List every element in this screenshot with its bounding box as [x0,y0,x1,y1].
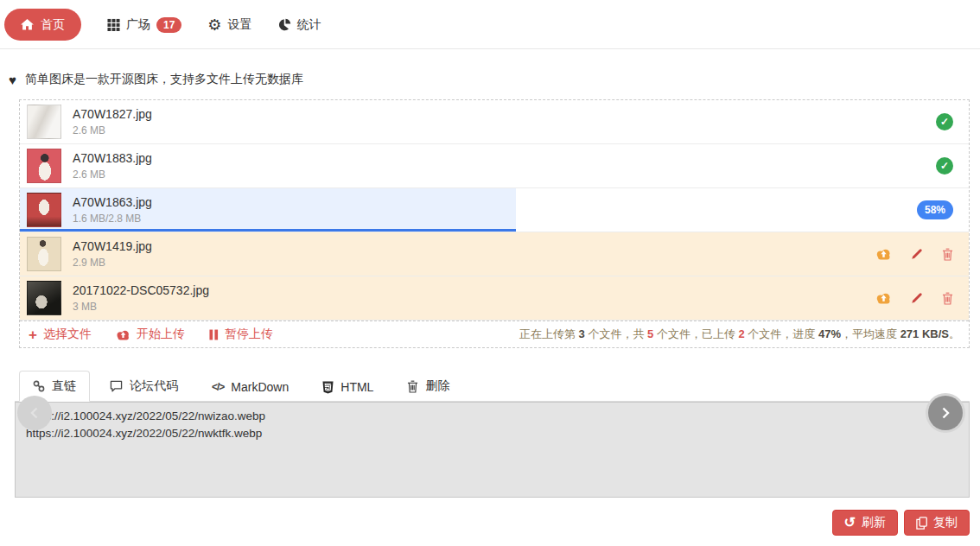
nav-settings-label: 设置 [228,17,252,33]
delete-file-icon[interactable] [942,248,953,261]
copy-icon [916,517,927,530]
file-thumbnail [27,281,61,315]
status-progress: 47% [818,327,841,340]
status-done-count: 2 [739,327,745,340]
file-thumbnail [27,193,61,227]
pause-upload-button[interactable]: 暂停上传 [209,327,273,342]
file-thumbnail [27,149,61,183]
success-check-icon: ✓ [936,113,953,130]
file-row-uploaded: A70W1827.jpg 2.6 MB ✓ [20,100,969,144]
upload-panel: A70W1827.jpg 2.6 MB ✓ A70W1883.jpg 2.6 M… [19,99,970,348]
status-current-count: 3 [579,327,585,340]
file-row-queued: A70W1419.jpg 2.9 MB [20,232,969,276]
nav-plaza[interactable]: 广场 17 [107,17,181,33]
nav-plaza-label: 广场 [126,17,150,33]
top-nav: 首页 广场 17 ⚙ 设置 统计 [0,0,980,41]
status-text: 个文件，已上传 [653,327,738,340]
file-size: 2.6 MB [73,124,152,137]
gear-icon: ⚙ [207,17,221,33]
file-thumbnail [27,105,61,139]
refresh-button[interactable]: ↺ 刷新 [832,510,898,536]
status-text: 。 [949,327,960,340]
status-text: 正在上传第 [519,327,579,340]
pause-upload-label: 暂停上传 [225,327,273,342]
chevron-left-icon [29,406,41,420]
tab-forum-code[interactable]: 论坛代码 [96,371,192,402]
link-icon [33,380,45,392]
tagline: ♥ 简单图床是一款开源图床，支持多文件上传无数据库 [9,72,980,87]
file-status: ✓ [936,157,953,175]
file-thumbnail [27,237,61,271]
file-meta: A70W1883.jpg 2.6 MB [73,150,152,181]
file-actions [875,248,953,261]
choose-files-button[interactable]: + 选择文件 [29,327,92,342]
file-row-queued: 20171022-DSC05732.jpg 3 MB [20,276,969,321]
refresh-label: 刷新 [862,515,886,530]
file-name: A70W1827.jpg [73,106,152,122]
file-size: 1.6 MB/2.8 MB [73,213,152,225]
tab-delete[interactable]: 删除 [393,371,463,402]
refresh-icon: ↺ [844,516,856,530]
grid-icon [107,18,120,31]
start-upload-label: 开始上传 [137,327,185,342]
progress-badge: 58% [917,200,953,219]
edit-file-icon[interactable] [911,292,923,304]
upload-status-line: 正在上传第 3 个文件，共 5 个文件，已上传 2 个文件，进度 47%，平均速… [519,327,960,342]
pause-icon [209,329,219,340]
code-icon: </> [212,381,224,393]
tab-html[interactable]: HTML [309,372,387,402]
tab-label: MarkDown [231,380,289,394]
footer-actions: ↺ 刷新 复制 [0,510,970,536]
nav-home[interactable]: 首页 [4,9,81,41]
file-meta: A70W1863.jpg 1.6 MB/2.8 MB [73,194,152,225]
file-meta: A70W1827.jpg 2.6 MB [73,106,152,137]
file-meta: A70W1419.jpg 2.9 MB [73,238,152,270]
carousel-prev-button[interactable] [17,396,52,430]
file-actions [875,292,953,305]
upload-file-icon[interactable] [875,292,892,304]
file-size: 2.9 MB [73,257,152,270]
upload-toolbar: + 选择文件 开始上传 暂停上传 正在上传第 3 个文件，共 5 个文件，已上传… [20,321,969,347]
trash-icon [407,380,418,393]
file-meta: 20171022-DSC05732.jpg 3 MB [73,283,209,314]
nav-stats-label: 统计 [297,17,321,33]
output-tab-bar: 直链 论坛代码 </> MarkDown HTML [15,371,970,402]
tab-markdown[interactable]: </> MarkDown [198,372,302,402]
upload-file-icon[interactable] [875,248,892,260]
cloud-upload-icon [116,329,130,340]
heart-icon: ♥ [9,73,16,86]
tab-label: 删除 [425,378,449,394]
chevron-right-icon [939,406,951,420]
choose-files-label: 选择文件 [43,327,92,342]
pie-chart-icon [278,18,291,31]
success-check-icon: ✓ [936,157,953,175]
file-name: A70W1863.jpg [73,194,152,210]
copy-label: 复制 [933,515,958,530]
home-icon [21,19,34,30]
tab-label: 论坛代码 [130,378,178,394]
status-text: ，平均速度 [841,327,900,340]
tab-label: HTML [340,380,373,394]
status-text: 个文件，共 [585,327,647,340]
file-row-uploading: A70W1863.jpg 1.6 MB/2.8 MB 58% [20,188,969,232]
delete-file-icon[interactable] [942,292,953,305]
start-upload-button[interactable]: 开始上传 [116,327,185,342]
file-size: 3 MB [73,301,209,314]
links-textarea[interactable]: https://i2.100024.xyz/2022/05/22/nwizao.… [15,402,970,498]
edit-file-icon[interactable] [911,248,923,260]
nav-divider [0,48,980,49]
status-text: 个文件，进度 [745,327,818,340]
tagline-text: 简单图床是一款开源图床，支持多文件上传无数据库 [25,72,303,87]
copy-button[interactable]: 复制 [904,510,970,536]
html5-icon [322,381,334,394]
nav-stats[interactable]: 统计 [278,17,321,33]
file-status: ✓ [936,113,953,130]
file-name: A70W1419.jpg [73,238,152,254]
file-status: 58% [917,200,953,219]
carousel-next-button[interactable] [928,396,963,430]
nav-settings[interactable]: ⚙ 设置 [207,17,251,33]
file-name: 20171022-DSC05732.jpg [73,283,209,298]
file-row-uploaded: A70W1883.jpg 2.6 MB ✓ [20,144,969,188]
output-section: 直链 论坛代码 </> MarkDown HTML [15,371,970,498]
file-name: A70W1883.jpg [73,150,152,166]
